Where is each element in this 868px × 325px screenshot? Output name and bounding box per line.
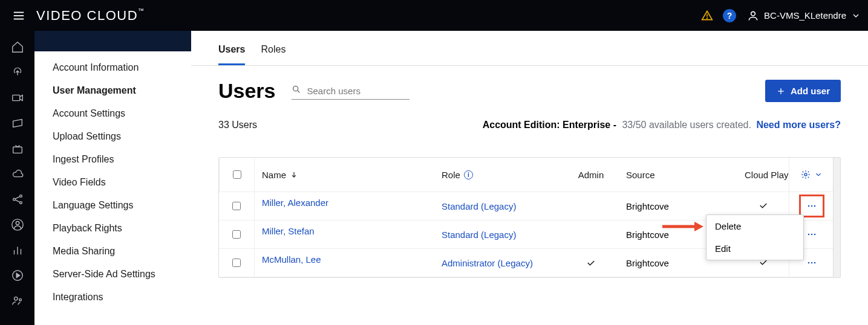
sidebar-item-playback-rights[interactable]: Playback Rights xyxy=(34,217,191,240)
row-checkbox[interactable] xyxy=(232,202,241,210)
svg-point-20 xyxy=(14,297,18,301)
row-checkbox[interactable] xyxy=(232,259,241,267)
sidebar-item-ssai[interactable]: Server-Side Ad Settings xyxy=(34,263,191,286)
column-settings[interactable] xyxy=(801,170,823,179)
camera-icon[interactable] xyxy=(11,91,24,105)
analytics-icon[interactable] xyxy=(11,243,24,257)
user-source: Brightcove xyxy=(626,258,669,268)
users-table: Name Role i Admin Source Cloud Playou xyxy=(218,157,841,278)
svg-point-30 xyxy=(814,205,816,207)
tab-bar: Users Roles xyxy=(191,31,868,66)
menu-edit[interactable]: Edit xyxy=(706,237,803,260)
svg-marker-38 xyxy=(694,222,703,231)
add-user-label: Add user xyxy=(791,86,830,96)
sidebar-item-ingest-profiles[interactable]: Ingest Profiles xyxy=(34,148,191,171)
warning-icon[interactable] xyxy=(701,10,713,22)
main-content: Users Roles Users Add user 33 Users Acco… xyxy=(191,31,868,325)
chevron-down-icon xyxy=(814,170,823,179)
header-admin[interactable]: Admin xyxy=(578,170,604,180)
menu-delete[interactable]: Delete xyxy=(706,215,803,237)
sort-down-icon xyxy=(290,170,298,179)
row-checkbox[interactable] xyxy=(232,230,241,239)
svg-point-34 xyxy=(808,262,810,264)
account-name: BC-VMS_KLetendre xyxy=(764,10,846,21)
page-title: Users xyxy=(218,79,276,103)
menu-icon[interactable] xyxy=(12,9,25,22)
share-icon[interactable] xyxy=(11,193,24,206)
help-icon[interactable]: ? xyxy=(723,9,736,22)
cloud-icon[interactable] xyxy=(11,167,24,181)
upload-icon[interactable] xyxy=(11,66,24,79)
sidebar-item-integrations[interactable]: Integrations xyxy=(34,286,191,309)
sidebar-item-account-settings[interactable]: Account Settings xyxy=(34,102,191,125)
svg-point-5 xyxy=(751,11,755,16)
live-icon[interactable] xyxy=(11,142,24,155)
sidebar-item-language-settings[interactable]: Language Settings xyxy=(34,194,191,217)
play-icon[interactable] xyxy=(11,269,24,282)
gear-icon xyxy=(801,170,811,179)
user-name-link[interactable]: Miller, Alexander xyxy=(262,198,427,208)
svg-point-21 xyxy=(19,298,21,301)
svg-point-22 xyxy=(293,86,298,91)
header-cloud-playout[interactable]: Cloud Playou xyxy=(745,170,789,180)
settings-sidebar: Account Information User Management Acco… xyxy=(34,31,191,325)
user-email-redacted xyxy=(262,265,353,272)
header-source[interactable]: Source xyxy=(626,170,655,180)
user-admin xyxy=(563,231,619,238)
svg-line-12 xyxy=(15,200,19,202)
header-role[interactable]: Role xyxy=(442,170,460,180)
edition-info: Account Edition: Enterprise - 33/50 avai… xyxy=(483,120,841,130)
search-icon xyxy=(292,85,301,97)
svg-line-23 xyxy=(298,91,299,92)
search-input[interactable] xyxy=(307,86,410,96)
plus-icon xyxy=(776,86,786,96)
svg-point-9 xyxy=(19,195,22,198)
svg-point-32 xyxy=(811,234,813,236)
row-actions-button[interactable] xyxy=(802,198,821,214)
user-name-link[interactable]: Miller, Stefan xyxy=(262,226,427,236)
user-role[interactable]: Standard (Legacy) xyxy=(442,230,516,240)
product-logo: VIDEO CLOUD xyxy=(36,8,138,24)
tab-roles[interactable]: Roles xyxy=(261,44,286,65)
select-all-checkbox[interactable] xyxy=(233,170,241,179)
svg-marker-19 xyxy=(16,273,20,277)
audience-icon[interactable] xyxy=(11,218,24,231)
user-count: 33 Users xyxy=(218,120,257,130)
sidebar-item-upload-settings[interactable]: Upload Settings xyxy=(34,125,191,148)
sidebar-item-video-fields[interactable]: Video Fields xyxy=(34,171,191,194)
need-more-link[interactable]: Need more users? xyxy=(756,120,841,130)
sidebar-item-user-management[interactable]: User Management xyxy=(34,79,191,102)
home-icon[interactable] xyxy=(11,40,24,54)
sidebar-item-account-info[interactable]: Account Information xyxy=(34,56,191,79)
row-actions-button[interactable] xyxy=(802,254,821,271)
user-email-redacted xyxy=(262,236,353,243)
user-email-redacted xyxy=(262,208,353,215)
row-actions-menu: Delete Edit xyxy=(706,214,804,260)
annotation-arrow xyxy=(661,220,703,234)
svg-point-10 xyxy=(19,202,22,204)
sidebar-item-media-sharing[interactable]: Media Sharing xyxy=(34,240,191,263)
admin-icon[interactable] xyxy=(11,294,24,307)
gallery-icon[interactable] xyxy=(11,117,24,130)
user-role[interactable]: Administrator (Legacy) xyxy=(442,258,533,268)
user-name-link[interactable]: McMullan, Lee xyxy=(262,254,427,265)
header-name[interactable]: Name xyxy=(262,170,286,180)
info-icon[interactable]: i xyxy=(464,170,473,179)
scrollbar[interactable] xyxy=(833,158,840,277)
search-field[interactable] xyxy=(292,82,410,100)
sidebar-header xyxy=(34,31,191,51)
account-switcher[interactable]: BC-VMS_KLetendre xyxy=(747,10,861,22)
add-user-button[interactable]: Add user xyxy=(765,80,841,102)
svg-point-31 xyxy=(808,234,810,236)
svg-point-28 xyxy=(808,205,810,207)
icon-rail xyxy=(0,31,34,325)
app-header: VIDEO CLOUD ™ ? BC-VMS_KLetendre xyxy=(0,0,868,31)
chevron-down-icon xyxy=(851,11,861,21)
tab-users[interactable]: Users xyxy=(218,44,245,65)
user-role[interactable]: Standard (Legacy) xyxy=(442,201,516,211)
more-icon xyxy=(806,257,818,269)
svg-point-8 xyxy=(13,198,15,201)
svg-point-36 xyxy=(814,262,816,264)
row-actions-button[interactable] xyxy=(802,226,821,243)
svg-rect-7 xyxy=(13,147,22,153)
